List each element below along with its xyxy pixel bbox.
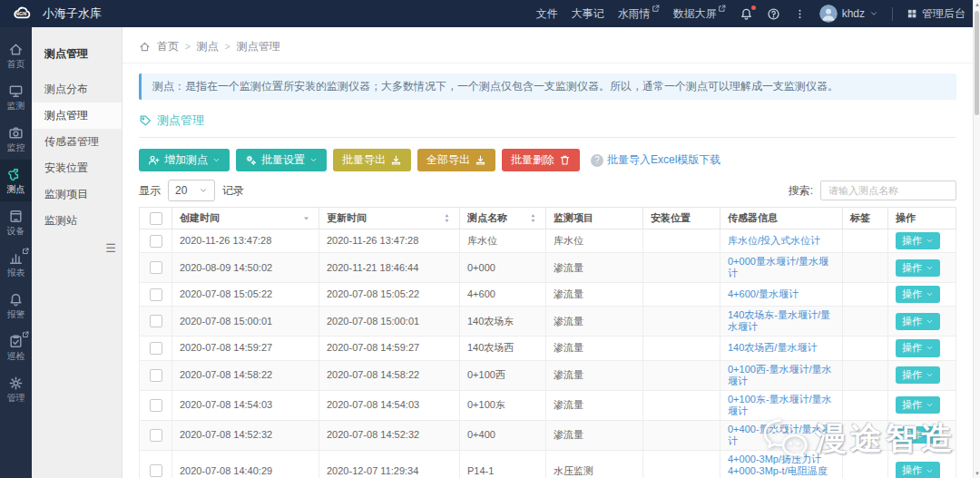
cell-sensor-info[interactable]: 0+400-量水堰计/量水堰计 [720,420,843,450]
sidebar-item[interactable]: 报表 [0,243,32,285]
page-size-select[interactable]: 20 [168,180,215,201]
row-action-button[interactable]: 操作 [896,286,940,303]
chevron-down-icon [926,290,934,298]
user-menu[interactable]: khdz [819,5,878,23]
sidebar-item[interactable]: 管理 [0,368,32,410]
cell-sensor-info[interactable]: 0+000量水堰计/量水堰计 [720,253,843,283]
row-action-button[interactable]: 操作 [896,339,940,356]
topbar-menu-item[interactable]: 数据大屏 [673,6,726,22]
sidebar-item[interactable]: 首页 [0,34,32,76]
sidebar-item[interactable]: 测点 [0,160,32,201]
row-action-button[interactable]: 操作 [896,396,940,414]
scrollbar-up-arrow[interactable]: ▲ [974,0,980,9]
help-icon[interactable] [767,7,780,21]
row-checkbox[interactable] [150,261,162,274]
breadcrumb-section[interactable]: 测点 [197,39,219,54]
row-action-button[interactable]: 操作 [896,313,940,330]
app-logo[interactable]: NGN [9,5,34,23]
submenu-item[interactable]: 监测项目 [32,181,122,208]
sidebar-item[interactable]: 监控 [0,118,32,160]
toolbar-button[interactable]: 全部导出 [417,149,495,171]
topbar-menu-item[interactable]: 水雨情 [618,6,660,22]
chevron-down-icon [926,431,934,439]
row-checkbox[interactable] [150,369,162,382]
sidebar-item[interactable]: 设备 [0,201,32,243]
cell-sensor-info[interactable]: 库水位/投入式水位计 [720,229,843,253]
table-header-cell[interactable]: 测点名称 [460,208,546,229]
cell-sensor-info[interactable]: 4+000-3Mp/扬压力计 4+000-3Mp-t/电阻温度计 [720,450,843,478]
records-label: 记录 [222,183,244,199]
table-header-cell[interactable]: 监测项目 [546,208,643,229]
select-all-checkbox[interactable] [150,212,162,225]
cell-created-time: 2020-07-08 15:00:01 [172,307,319,337]
kebab-menu-icon[interactable] [794,7,806,21]
scrollbar-thumb[interactable] [975,11,979,115]
vertical-scrollbar[interactable]: ▲ ▼ [973,0,980,478]
cell-sensor-info[interactable]: 140农场东-量水堰计/量水堰计 [720,307,843,337]
submenu-item[interactable]: 监测站 [32,208,122,234]
table-row: 2020-07-08 15:05:22 2020-07-08 15:05:22 … [140,283,956,307]
main-content: 首页 > 测点 > 测点管理 测点：是指在一个监测位置所安装的监测仪器；大多数情… [122,27,973,478]
excel-template-download-link[interactable]: ? 批量导入Excel模版下载 [591,152,720,168]
table-header-cell[interactable]: 标签 [843,208,888,229]
row-checkbox[interactable] [150,342,162,355]
chevron-down-icon [199,186,208,195]
toolbar-button[interactable]: 增加测点 [139,149,230,171]
table-header-cell[interactable]: 安装位置 [643,208,720,229]
notifications-bell[interactable] [740,7,753,21]
cell-sensor-info[interactable]: 4+600/量水堰计 [720,283,843,307]
breadcrumb-home[interactable]: 首页 [157,39,179,54]
row-action-button[interactable]: 操作 [896,366,940,384]
sidebar-item-label: 报警 [7,310,25,319]
cell-sensor-info[interactable]: 140农场西/量水堰计 [720,337,843,360]
table-header-cell[interactable]: 创建时间 [172,208,319,229]
submenu-item[interactable]: 传感器管理 [32,129,122,155]
cell-tag [843,337,888,360]
submenu-item[interactable]: 安装位置 [32,155,122,181]
topbar-divider [892,7,893,21]
topbar-menu-label: 数据大屏 [673,6,717,22]
topbar-menu-item[interactable]: 大事记 [572,6,604,22]
admin-backend-link[interactable]: 管理后台 [906,6,965,22]
row-action-button[interactable]: 操作 [896,259,940,277]
external-link-icon [652,5,660,13]
row-checkbox[interactable] [150,399,162,412]
sidebar-item[interactable]: 监测 [0,76,32,118]
cell-point-name: 140农场西 [460,337,546,360]
table-header-cell[interactable]: 传感器信息 [720,208,843,229]
section-header: 测点管理 [139,112,956,138]
cell-sensor-info[interactable]: 0+100东-量水堰计/量水堰计 [720,390,843,420]
submenu-item[interactable]: 测点分布 [32,76,122,102]
button-label: 增加测点 [164,153,208,166]
row-checkbox[interactable] [150,288,162,301]
sidebar-item[interactable]: 巡检 [0,327,32,368]
row-checkbox[interactable] [150,315,162,327]
toolbar-button[interactable]: 批量删除 [502,149,580,171]
table-header-cell[interactable]: 操作 [888,208,956,229]
cell-point-name: 0+100东 [460,390,546,420]
cell-tag [843,420,888,450]
table-header-cell[interactable]: 更新时间 [319,208,460,229]
toolbar-button[interactable]: 批量导出 [333,149,411,171]
row-action-button[interactable]: 操作 [896,462,940,478]
search-input[interactable] [820,180,956,200]
chevron-down-icon [926,237,934,245]
row-checkbox[interactable] [150,464,162,477]
sidebar-collapse-icon[interactable]: ☰ [105,242,116,254]
row-checkbox[interactable] [150,235,162,248]
row-action-button[interactable]: 操作 [896,232,940,249]
submenu-item[interactable]: 测点管理 [32,102,122,129]
topbar-menu-item[interactable]: 文件 [536,6,558,22]
sidebar-item-label: 报表 [7,268,25,278]
row-action-button[interactable]: 操作 [896,426,940,444]
table-row: 2020-07-08 15:00:01 2020-07-08 15:00:01 … [140,307,956,337]
chevron-down-icon [926,264,934,272]
cell-sensor-info[interactable]: 0+100西-量水堰计/量水堰计 [720,360,843,390]
sidebar-item[interactable]: 报警 [0,285,32,327]
show-label: 显示 [139,183,161,199]
topbar-menu: 文件 大事记 水雨情 数据大屏 [536,5,965,23]
scrollbar-down-arrow[interactable]: ▼ [974,469,980,478]
row-checkbox[interactable] [150,429,162,442]
toolbar-button[interactable]: 批量设置 [236,149,327,171]
sort-updown-icon [442,213,452,223]
